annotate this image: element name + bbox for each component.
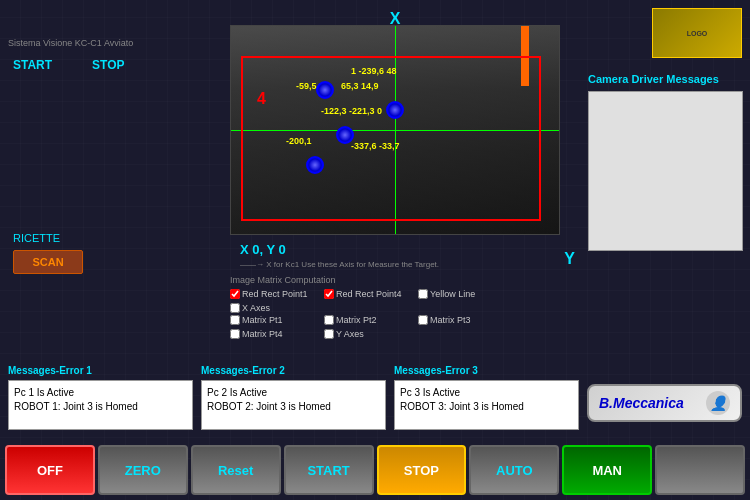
xy-display: X 0, Y 0	[240, 242, 286, 257]
reset-button[interactable]: Reset	[191, 445, 281, 495]
message-line1-3: Pc 3 Is Active	[400, 386, 573, 400]
axis-instruction: ——→ X for Kc1 Use these Axis for Measure…	[240, 260, 439, 269]
checkbox-matrix-pt3[interactable]: Matrix Pt3	[418, 315, 508, 325]
avatar: 👤	[706, 391, 730, 415]
camera-background: 4 1 -239,6 48 -59,5 65,3 14,9 -122,3 -22…	[231, 26, 559, 234]
checkbox-yellow-line[interactable]: Yellow Line	[418, 289, 508, 299]
image-matrix-title: Image Matrix Computation	[230, 275, 560, 285]
camera-view: 4 1 -239,6 48 -59,5 65,3 14,9 -122,3 -22…	[230, 25, 560, 235]
coord-3: -122,3 -221,3 0	[321, 106, 382, 116]
off-button[interactable]: OFF	[5, 445, 95, 495]
message-box-2: Pc 2 Is Active ROBOT 2: Joint 3 is Homed	[201, 380, 386, 430]
message-line2-2: ROBOT 2: Joint 3 is Homed	[207, 400, 380, 414]
checkbox-row-2: Matrix Pt1 Matrix Pt2 Matrix Pt3 Matrix …	[230, 315, 560, 339]
scan-button[interactable]: SCAN	[13, 250, 83, 274]
message-line1-2: Pc 2 Is Active	[207, 386, 380, 400]
message-line2-3: ROBOT 3: Joint 3 is Homed	[400, 400, 573, 414]
extra-button[interactable]	[655, 445, 745, 495]
coord-2b: 65,3 14,9	[341, 81, 379, 91]
coord-2: -59,5	[296, 81, 317, 91]
checkbox-y-axes[interactable]: Y Axes	[324, 329, 414, 339]
zero-button[interactable]: ZERO	[98, 445, 188, 495]
message-title-1: Messages-Error 1	[8, 365, 193, 376]
start-button[interactable]: START	[284, 445, 374, 495]
message-line2-1: ROBOT 1: Joint 3 is Homed	[14, 400, 187, 414]
ricette-label: RICETTE	[8, 232, 202, 244]
checkbox-matrix-pt4[interactable]: Matrix Pt4	[230, 329, 320, 339]
message-box-3: Pc 3 Is Active ROBOT 3: Joint 3 is Homed	[394, 380, 579, 430]
checkbox-matrix-pt2[interactable]: Matrix Pt2	[324, 315, 414, 325]
checkbox-row-1: Red Rect Point1 Red Rect Point4 Yellow L…	[230, 289, 560, 313]
bmeccanica-button[interactable]: B.Meccanica 👤	[587, 384, 742, 422]
message-panel-2: Messages-Error 2 Pc 2 Is Active ROBOT 2:…	[201, 365, 386, 430]
checkbox-red-rect-point1[interactable]: Red Rect Point1	[230, 289, 320, 299]
coord-4: -200,1	[286, 136, 312, 146]
stop-label[interactable]: STOP	[92, 58, 124, 72]
bottom-buttons: OFF ZERO Reset START STOP AUTO MAN	[0, 440, 750, 500]
message-box-1: Pc 1 Is Active ROBOT 1: Joint 3 is Homed	[8, 380, 193, 430]
message-line1-1: Pc 1 Is Active	[14, 386, 187, 400]
image-matrix-section: Image Matrix Computation Red Rect Point1…	[230, 275, 560, 341]
man-button[interactable]: MAN	[562, 445, 652, 495]
messages-section: Messages-Error 1 Pc 1 Is Active ROBOT 1:…	[0, 365, 750, 430]
bmeccanica-area: B.Meccanica 👤	[587, 365, 742, 430]
bmeccanica-label: B.Meccanica	[599, 395, 684, 411]
start-stop-row: START STOP	[8, 58, 202, 72]
system-title: Sistema Visione KC-C1 Avviato	[8, 38, 202, 48]
message-title-3: Messages-Error 3	[394, 365, 579, 376]
y-axis-label: Y	[564, 250, 575, 268]
logo-text: LOGO	[687, 30, 708, 37]
checkbox-matrix-pt1[interactable]: Matrix Pt1	[230, 315, 320, 325]
message-title-2: Messages-Error 2	[201, 365, 386, 376]
start-label[interactable]: START	[13, 58, 52, 72]
camera-driver-box	[588, 91, 743, 251]
camera-driver-title: Camera Driver Messages	[588, 73, 742, 85]
logo-box: LOGO	[652, 8, 742, 58]
coord-4b: -337,6 -33,7	[351, 141, 400, 151]
checkbox-red-rect-point4[interactable]: Red Rect Point4	[324, 289, 414, 299]
message-panel-1: Messages-Error 1 Pc 1 Is Active ROBOT 1:…	[8, 365, 193, 430]
message-panel-3: Messages-Error 3 Pc 3 Is Active ROBOT 3:…	[394, 365, 579, 430]
coord-1: 1 -239,6 48	[351, 66, 397, 76]
coordinate-labels: 1 -239,6 48 -59,5 65,3 14,9 -122,3 -221,…	[231, 26, 559, 234]
auto-button[interactable]: AUTO	[469, 445, 559, 495]
stop-button[interactable]: STOP	[377, 445, 467, 495]
checkbox-x-axes[interactable]: X Axes	[230, 303, 320, 313]
